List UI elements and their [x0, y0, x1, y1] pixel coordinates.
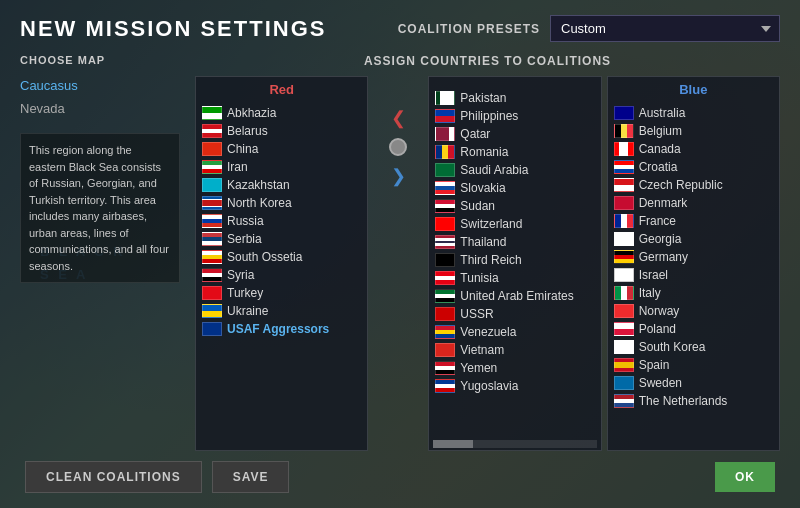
- clean-coalitions-button[interactable]: CLEAN COALITIONS: [25, 461, 202, 493]
- map-description: This region along the eastern Black Sea …: [20, 133, 180, 283]
- flag-usaf: [202, 322, 222, 336]
- country-thirdreich[interactable]: Third Reich: [429, 251, 600, 269]
- country-poland[interactable]: Poland: [608, 320, 779, 338]
- country-venezuela[interactable]: Venezuela: [429, 323, 600, 341]
- flag-russia: [202, 214, 222, 228]
- bottom-buttons: CLEAN COALITIONS SAVE OK: [20, 461, 780, 493]
- country-philippines[interactable]: Philippines: [429, 107, 600, 125]
- presets-label: COALITION PRESETS: [398, 22, 540, 36]
- country-serbia[interactable]: Serbia: [196, 230, 367, 248]
- country-syria[interactable]: Syria: [196, 266, 367, 284]
- flag-thirdreich: [435, 253, 455, 267]
- flag-kazakhstan: [202, 178, 222, 192]
- country-croatia[interactable]: Croatia: [608, 158, 779, 176]
- ok-button[interactable]: OK: [715, 462, 775, 492]
- country-czechrepublic[interactable]: Czech Republic: [608, 176, 779, 194]
- country-china[interactable]: China: [196, 140, 367, 158]
- country-southossetia[interactable]: South Ossetia: [196, 248, 367, 266]
- flag-italy: [614, 286, 634, 300]
- choose-map-label: CHOOSE MAP: [20, 54, 180, 66]
- country-russia[interactable]: Russia: [196, 212, 367, 230]
- country-abkhazia[interactable]: Abkhazia: [196, 104, 367, 122]
- country-australia[interactable]: Australia: [608, 104, 779, 122]
- neutral-country-list[interactable]: Pakistan Philippines Qatar Romania: [429, 87, 600, 438]
- country-sudan[interactable]: Sudan: [429, 197, 600, 215]
- country-belarus[interactable]: Belarus: [196, 122, 367, 140]
- map-item-caucasus[interactable]: Caucasus: [20, 76, 180, 95]
- flag-czechrepublic: [614, 178, 634, 192]
- country-ukraine[interactable]: Ukraine: [196, 302, 367, 320]
- flag-ussr: [435, 307, 455, 321]
- arrow-left[interactable]: ❮: [386, 106, 410, 130]
- flag-sweden: [614, 376, 634, 390]
- red-coalition-col: Red Abkhazia Belarus China: [195, 76, 368, 451]
- flag-slovakia: [435, 181, 455, 195]
- flag-spain: [614, 358, 634, 372]
- flag-yemen: [435, 361, 455, 375]
- blue-country-list[interactable]: Australia Belgium Canada Croatia: [608, 102, 779, 450]
- map-item-nevada[interactable]: Nevada: [20, 99, 180, 118]
- flag-belarus: [202, 124, 222, 138]
- presets-select[interactable]: Custom: [550, 15, 780, 42]
- country-ussr[interactable]: USSR: [429, 305, 600, 323]
- country-qatar[interactable]: Qatar: [429, 125, 600, 143]
- flag-poland: [614, 322, 634, 336]
- country-iran[interactable]: Iran: [196, 158, 367, 176]
- save-button[interactable]: SAVE: [212, 461, 290, 493]
- country-georgia[interactable]: Georgia: [608, 230, 779, 248]
- flag-saudiarabia: [435, 163, 455, 177]
- country-turkey[interactable]: Turkey: [196, 284, 367, 302]
- coalition-columns: Red Abkhazia Belarus China: [195, 76, 780, 451]
- country-thailand[interactable]: Thailand: [429, 233, 600, 251]
- flag-turkey: [202, 286, 222, 300]
- flag-philippines: [435, 109, 455, 123]
- country-netherlands[interactable]: The Netherlands: [608, 392, 779, 410]
- flag-iran: [202, 160, 222, 174]
- country-france[interactable]: France: [608, 212, 779, 230]
- country-switzerland[interactable]: Switzerland: [429, 215, 600, 233]
- flag-denmark: [614, 196, 634, 210]
- country-germany[interactable]: Germany: [608, 248, 779, 266]
- flag-croatia: [614, 160, 634, 174]
- flag-ukraine: [202, 304, 222, 318]
- country-uae[interactable]: United Arab Emirates: [429, 287, 600, 305]
- country-canada[interactable]: Canada: [608, 140, 779, 158]
- country-yemen[interactable]: Yemen: [429, 359, 600, 377]
- assign-label: ASSIGN COUNTRIES TO COALITIONS: [195, 54, 780, 68]
- flag-belgium: [614, 124, 634, 138]
- country-pakistan[interactable]: Pakistan: [429, 89, 600, 107]
- neutral-col-header: [429, 77, 600, 87]
- flag-netherlands: [614, 394, 634, 408]
- nav-circle[interactable]: [389, 138, 407, 156]
- flag-france: [614, 214, 634, 228]
- country-spain[interactable]: Spain: [608, 356, 779, 374]
- arrow-right[interactable]: ❯: [386, 164, 410, 188]
- flag-romania: [435, 145, 455, 159]
- country-vietnam[interactable]: Vietnam: [429, 341, 600, 359]
- country-tunisia[interactable]: Tunisia: [429, 269, 600, 287]
- red-country-list[interactable]: Abkhazia Belarus China Iran: [196, 102, 367, 450]
- header: NEW MISSION SETTINGS COALITION PRESETS C…: [20, 15, 780, 42]
- country-belgium[interactable]: Belgium: [608, 122, 779, 140]
- flag-southkorea: [614, 340, 634, 354]
- country-yugoslavia[interactable]: Yugoslavia: [429, 377, 600, 395]
- country-italy[interactable]: Italy: [608, 284, 779, 302]
- country-southkorea[interactable]: South Korea: [608, 338, 779, 356]
- country-northkorea[interactable]: North Korea: [196, 194, 367, 212]
- country-norway[interactable]: Norway: [608, 302, 779, 320]
- country-sweden[interactable]: Sweden: [608, 374, 779, 392]
- flag-serbia: [202, 232, 222, 246]
- country-kazakhstan[interactable]: Kazakhstan: [196, 176, 367, 194]
- red-col-header: Red: [196, 77, 367, 102]
- coalition-presets-group: COALITION PRESETS Custom: [398, 15, 780, 42]
- country-israel[interactable]: Israel: [608, 266, 779, 284]
- country-romania[interactable]: Romania: [429, 143, 600, 161]
- flag-thailand: [435, 235, 455, 249]
- country-denmark[interactable]: Denmark: [608, 194, 779, 212]
- neutral-scrollbar[interactable]: [433, 440, 596, 448]
- center-controls: ❮ ❯: [373, 76, 423, 451]
- country-usaf[interactable]: USAF Aggressors: [196, 320, 367, 338]
- country-saudiarabia[interactable]: Saudi Arabia: [429, 161, 600, 179]
- flag-vietnam: [435, 343, 455, 357]
- country-slovakia[interactable]: Slovakia: [429, 179, 600, 197]
